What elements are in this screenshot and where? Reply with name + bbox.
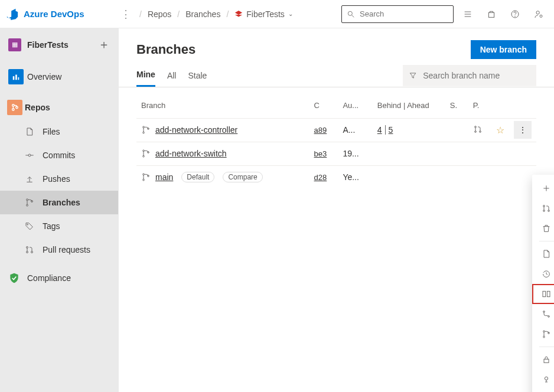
behind-ahead[interactable]: 4 5 (377, 125, 441, 135)
user-settings-icon[interactable] (529, 5, 548, 24)
svg-rect-10 (13, 76, 15, 80)
svg-rect-5 (488, 12, 494, 17)
ctx-set-default[interactable]: Set as default branch (532, 324, 554, 344)
more-vertical-icon[interactable]: ⋮ (117, 8, 135, 21)
svg-point-16 (28, 154, 31, 156)
svg-point-0 (348, 11, 352, 15)
svg-point-8 (536, 11, 539, 14)
sidebar-item-pull-requests[interactable]: Pull requests (0, 238, 118, 262)
svg-point-48 (543, 331, 545, 332)
ctx-compare-branches[interactable]: Compare branches (532, 284, 554, 304)
col-status[interactable]: S. (445, 93, 468, 118)
svg-point-32 (479, 130, 481, 132)
star-icon[interactable]: ☆ (496, 125, 504, 135)
overview-icon (8, 69, 24, 84)
branch-icon (141, 172, 151, 182)
svg-rect-45 (547, 291, 550, 296)
sidebar-item-commits[interactable]: Commits (0, 143, 118, 167)
svg-point-33 (143, 150, 145, 152)
breadcrumb-repos[interactable]: Repos (148, 9, 171, 19)
author-cell: A... (338, 118, 372, 142)
commit-link[interactable]: a89 (314, 126, 327, 135)
branch-link[interactable]: main (155, 172, 173, 182)
search-input[interactable] (359, 9, 448, 19)
sidebar-item-tags[interactable]: Tags (0, 214, 118, 238)
commit-link[interactable]: d28 (314, 173, 327, 182)
svg-point-26 (31, 251, 33, 253)
compare-icon (542, 289, 551, 299)
azure-devops-logo-icon (6, 8, 19, 21)
search-input-wrap[interactable] (341, 5, 454, 23)
list-icon[interactable] (458, 5, 477, 24)
breadcrumb-branches[interactable]: Branches (185, 9, 220, 19)
table-row[interactable]: main Default Compare d28 Ye... (136, 165, 536, 189)
tab-stale[interactable]: Stale (188, 65, 207, 86)
plus-icon (542, 184, 551, 193)
branch-filter[interactable] (403, 65, 536, 86)
ctx-branch-policies[interactable]: Branch policies (532, 370, 554, 390)
header-bar: Azure DevOps ⋮ / Repos / Branches / Fibe… (0, 0, 554, 28)
sidebar-item-label: Pushes (43, 174, 70, 184)
sidebar-item-pushes[interactable]: Pushes (0, 167, 118, 191)
sidebar-item-branches[interactable]: Branches (0, 191, 118, 214)
chevron-down-icon: ⌄ (288, 11, 293, 17)
col-pr[interactable]: P. (468, 93, 491, 118)
project-selector[interactable]: FiberTests ⌄ (234, 9, 293, 19)
help-icon[interactable] (506, 5, 524, 24)
branch-link[interactable]: add-network-controller (155, 125, 237, 135)
marketplace-icon[interactable] (482, 5, 501, 24)
branch-link[interactable]: add-network-switch (155, 149, 227, 158)
ctx-lock[interactable]: Lock (532, 349, 554, 370)
sidebar-compliance[interactable]: Compliance (0, 266, 118, 290)
svg-point-20 (27, 199, 28, 201)
tab-mine[interactable]: Mine (136, 64, 155, 87)
table-row[interactable]: add-network-switch be3 19... (136, 142, 536, 165)
svg-point-42 (543, 210, 545, 212)
ctx-new-branch[interactable]: New branch (532, 178, 554, 198)
plus-icon[interactable]: ＋ (98, 37, 110, 53)
tab-all[interactable]: All (167, 65, 177, 86)
ctx-branch-security[interactable]: Branch security (532, 390, 554, 392)
product-name[interactable]: Azure DevOps (24, 9, 84, 19)
svg-point-49 (543, 336, 545, 338)
row-more-button[interactable] (514, 145, 532, 162)
svg-point-21 (27, 204, 28, 206)
svg-point-43 (548, 210, 550, 212)
sidebar-project-name: FiberTests (27, 40, 92, 50)
col-behind-ahead[interactable]: Behind | Ahead (373, 93, 445, 118)
compare-set-icon (542, 309, 551, 319)
row-more-button[interactable]: ⋮ (514, 121, 532, 139)
product-block: Azure DevOps (6, 8, 112, 21)
ctx-delete-branch[interactable]: Delete branch (532, 218, 554, 239)
ctx-set-compare[interactable]: Set as compare branch (532, 304, 554, 324)
file-icon (24, 126, 35, 138)
row-more-button[interactable] (514, 168, 532, 186)
sidebar-repos[interactable]: Repos (0, 95, 118, 120)
ctx-new-pull-request[interactable]: New pull request (532, 198, 554, 218)
project-icon (234, 10, 243, 18)
col-author[interactable]: Au... (338, 93, 372, 118)
pr-icon[interactable] (473, 125, 483, 134)
branch-filter-input[interactable] (422, 70, 530, 81)
svg-point-13 (12, 104, 15, 107)
new-branch-button[interactable]: New branch (471, 40, 536, 59)
filter-icon (409, 71, 417, 80)
sidebar-item-files[interactable]: Files (0, 120, 118, 143)
ctx-view-files[interactable]: View files (532, 244, 554, 264)
sidebar-overview[interactable]: Overview (0, 63, 118, 90)
ctx-view-history[interactable]: View history (532, 264, 554, 284)
table-row[interactable]: add-network-controller a89 A... 4 5 (136, 118, 536, 142)
branch-icon (141, 125, 151, 135)
compliance-icon (8, 272, 20, 284)
author-cell: 19... (338, 142, 372, 165)
push-icon (24, 173, 35, 185)
commit-link[interactable]: be3 (314, 149, 327, 158)
col-branch[interactable]: Branch (136, 93, 309, 118)
svg-rect-11 (15, 75, 17, 80)
main-panel: Branches New branch Mine All Stale Branc… (118, 28, 554, 392)
sidebar-item-label: Overview (27, 72, 61, 81)
col-commit[interactable]: C (309, 93, 338, 118)
file-icon (542, 249, 551, 259)
svg-point-46 (543, 311, 545, 313)
sidebar-project[interactable]: ▦ FiberTests ＋ (0, 31, 118, 58)
